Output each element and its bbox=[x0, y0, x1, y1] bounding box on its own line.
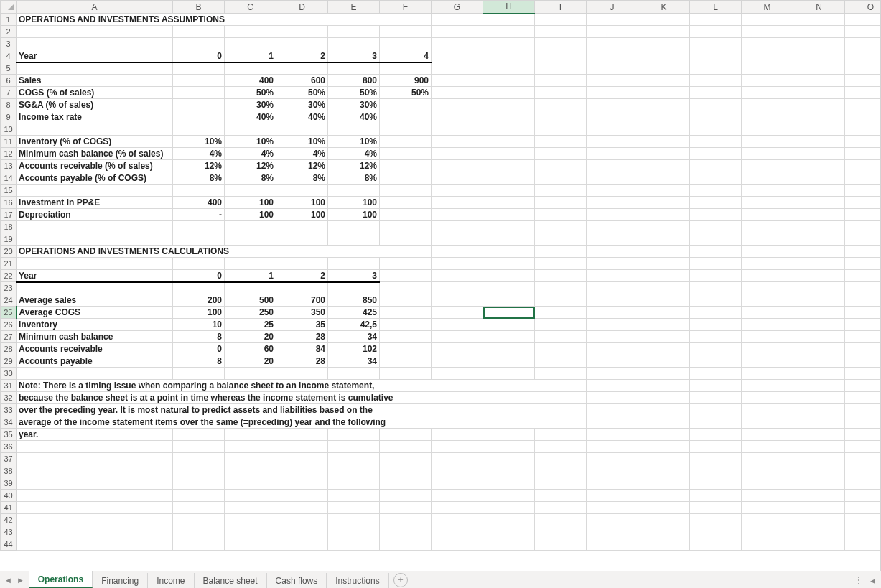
cell-C6[interactable]: 400 bbox=[225, 75, 276, 87]
cell-D26[interactable]: 35 bbox=[276, 319, 328, 331]
cell-J29[interactable] bbox=[587, 355, 638, 368]
cell-L33[interactable] bbox=[690, 404, 742, 416]
cell-E30[interactable] bbox=[328, 368, 380, 380]
row-header-32[interactable]: 32 bbox=[1, 392, 17, 404]
add-sheet-button[interactable]: ＋ bbox=[393, 573, 408, 587]
cell-K6[interactable] bbox=[638, 75, 690, 87]
cell-O36[interactable] bbox=[845, 441, 882, 453]
cell-K5[interactable] bbox=[638, 62, 690, 75]
cell-J15[interactable] bbox=[587, 185, 638, 197]
cell-F21[interactable] bbox=[380, 258, 432, 270]
cell-L1[interactable] bbox=[690, 14, 742, 26]
cell-I22[interactable] bbox=[535, 270, 587, 282]
cell-E5[interactable] bbox=[328, 62, 380, 75]
cell-N31[interactable] bbox=[793, 380, 845, 392]
cell-G13[interactable] bbox=[432, 160, 483, 172]
cell-C3[interactable] bbox=[225, 38, 276, 50]
row-header-37[interactable]: 37 bbox=[1, 453, 17, 465]
cell-D37[interactable] bbox=[276, 453, 328, 465]
cell-N10[interactable] bbox=[793, 123, 845, 136]
cell-F27[interactable] bbox=[380, 331, 432, 343]
cell-N22[interactable] bbox=[793, 270, 845, 282]
cell-C11[interactable]: 10% bbox=[225, 136, 276, 148]
cell-H26[interactable] bbox=[483, 319, 535, 331]
row-header-31[interactable]: 31 bbox=[1, 380, 17, 392]
cell-G36[interactable] bbox=[432, 441, 483, 453]
cell-M33[interactable] bbox=[742, 404, 793, 416]
cell-J25[interactable] bbox=[587, 307, 638, 319]
cell-L6[interactable] bbox=[690, 75, 742, 87]
row-header-27[interactable]: 27 bbox=[1, 331, 17, 343]
cell-G25[interactable] bbox=[432, 307, 483, 319]
cell-C39[interactable] bbox=[225, 477, 276, 490]
cell-N4[interactable] bbox=[793, 50, 845, 62]
cell-H4[interactable] bbox=[483, 50, 535, 62]
cell-K29[interactable] bbox=[638, 355, 690, 368]
cell-D23[interactable] bbox=[276, 282, 328, 294]
cell-K8[interactable] bbox=[638, 99, 690, 111]
cell-A42[interactable] bbox=[17, 514, 173, 526]
cell-J37[interactable] bbox=[587, 453, 638, 465]
cell-E21[interactable] bbox=[328, 258, 380, 270]
cell-K27[interactable] bbox=[638, 331, 690, 343]
cell-C25[interactable]: 250 bbox=[225, 307, 276, 319]
cell-D19[interactable] bbox=[276, 233, 328, 246]
cell-H6[interactable] bbox=[483, 75, 535, 87]
cell-E7[interactable]: 50% bbox=[328, 87, 380, 99]
cell-H10[interactable] bbox=[483, 123, 535, 136]
cell-M36[interactable] bbox=[742, 441, 793, 453]
cell-M7[interactable] bbox=[742, 87, 793, 99]
cell-A16[interactable]: Investment in PP&E bbox=[17, 197, 173, 209]
cell-J27[interactable] bbox=[587, 331, 638, 343]
cell-B6[interactable] bbox=[173, 75, 225, 87]
cell-E36[interactable] bbox=[328, 441, 380, 453]
cell-N13[interactable] bbox=[793, 160, 845, 172]
cell-E37[interactable] bbox=[328, 453, 380, 465]
cell-I18[interactable] bbox=[535, 221, 587, 233]
cell-M30[interactable] bbox=[742, 368, 793, 380]
row-header-28[interactable]: 28 bbox=[1, 343, 17, 355]
row-header-23[interactable]: 23 bbox=[1, 282, 17, 294]
cell-J3[interactable] bbox=[587, 38, 638, 50]
cell-D42[interactable] bbox=[276, 514, 328, 526]
cell-N32[interactable] bbox=[793, 392, 845, 404]
cell-C43[interactable] bbox=[225, 526, 276, 538]
col-header-A[interactable]: A bbox=[17, 1, 173, 14]
cell-M12[interactable] bbox=[742, 148, 793, 160]
cell-A27[interactable]: Minimum cash balance bbox=[17, 331, 173, 343]
cell-N20[interactable] bbox=[793, 246, 845, 258]
cell-N21[interactable] bbox=[793, 258, 845, 270]
cell-K10[interactable] bbox=[638, 123, 690, 136]
cell-E39[interactable] bbox=[328, 477, 380, 490]
cell-H38[interactable] bbox=[483, 465, 535, 477]
cell-N17[interactable] bbox=[793, 209, 845, 221]
cell-B23[interactable] bbox=[173, 282, 225, 294]
cell-O18[interactable] bbox=[845, 221, 882, 233]
cell-N34[interactable] bbox=[793, 416, 845, 429]
cell-B40[interactable] bbox=[173, 490, 225, 502]
cell-K38[interactable] bbox=[638, 465, 690, 477]
cell-A38[interactable] bbox=[17, 465, 173, 477]
cell-K41[interactable] bbox=[638, 502, 690, 514]
cell-G18[interactable] bbox=[432, 221, 483, 233]
cell-D36[interactable] bbox=[276, 441, 328, 453]
cell-L34[interactable] bbox=[690, 416, 742, 429]
cell-J40[interactable] bbox=[587, 490, 638, 502]
cell-D35[interactable] bbox=[276, 429, 328, 441]
cell-H43[interactable] bbox=[483, 526, 535, 538]
cell-D3[interactable] bbox=[276, 38, 328, 50]
cell-O35[interactable] bbox=[845, 429, 882, 441]
cell-A28[interactable]: Accounts receivable bbox=[17, 343, 173, 355]
cell-D11[interactable]: 10% bbox=[276, 136, 328, 148]
cell-L39[interactable] bbox=[690, 477, 742, 490]
col-header-B[interactable]: B bbox=[173, 1, 225, 14]
cell-D27[interactable]: 28 bbox=[276, 331, 328, 343]
cell-O8[interactable] bbox=[845, 99, 882, 111]
cell-F42[interactable] bbox=[380, 514, 432, 526]
cell-H23[interactable] bbox=[483, 282, 535, 294]
cell-B29[interactable]: 8 bbox=[173, 355, 225, 368]
cell-O10[interactable] bbox=[845, 123, 882, 136]
cell-D6[interactable]: 600 bbox=[276, 75, 328, 87]
cell-N33[interactable] bbox=[793, 404, 845, 416]
cell-C17[interactable]: 100 bbox=[225, 209, 276, 221]
